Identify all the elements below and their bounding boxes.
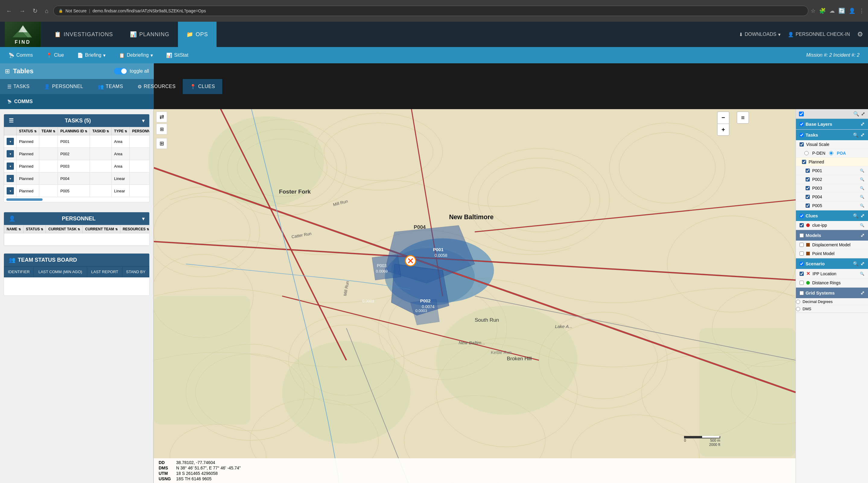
tab-clues[interactable]: 📍 CLUES bbox=[183, 79, 222, 94]
base-layers-checkbox[interactable] bbox=[800, 122, 804, 126]
displacement-model-checkbox[interactable] bbox=[800, 243, 804, 247]
address-bar[interactable]: 🔒 Not Secure | demo.findsar.com/find/sar… bbox=[53, 6, 808, 16]
col-team[interactable]: TEAM ⇅ bbox=[39, 127, 58, 135]
col-status[interactable]: STATUS ⇅ bbox=[17, 127, 39, 135]
planned-checkbox[interactable] bbox=[802, 160, 806, 164]
tab-teams[interactable]: 👥 TEAMS bbox=[91, 79, 130, 94]
row-expand-3[interactable]: ▾ bbox=[7, 162, 14, 170]
subnav-sitstat[interactable]: 📊 SitStat bbox=[160, 51, 194, 60]
visual-scale-checkbox[interactable] bbox=[800, 142, 804, 147]
decimal-degrees-radio[interactable] bbox=[796, 300, 800, 304]
tasks-scroll-bar[interactable] bbox=[6, 198, 42, 201]
layers-all-checkbox[interactable] bbox=[799, 111, 804, 117]
col-name[interactable]: NAME ⇅ bbox=[4, 225, 24, 233]
settings-icon[interactable]: ⚙ bbox=[857, 30, 863, 38]
toggle-all-switch[interactable] bbox=[114, 68, 127, 74]
clue-ipp-checkbox[interactable] bbox=[800, 223, 804, 227]
col-resources[interactable]: RESOURCES ⇅ bbox=[120, 225, 149, 233]
col-current-task[interactable]: CURRENT TASK ⇅ bbox=[46, 225, 83, 233]
models-layers-header[interactable]: Models ⤢ bbox=[796, 230, 868, 240]
nav-investigations[interactable]: 📋 INVESTIGATIONS bbox=[46, 22, 122, 47]
map-layers-button[interactable]: ≡ bbox=[737, 111, 749, 124]
p001-search[interactable]: 🔍 bbox=[860, 168, 864, 173]
tasks-layers-header[interactable]: Tasks 🔍 ⤢ bbox=[796, 130, 868, 140]
tab-resources[interactable]: ⚙ RESOURCES bbox=[130, 79, 183, 94]
zoom-in-button[interactable]: + bbox=[717, 124, 729, 136]
col-type[interactable]: TYPE ⇅ bbox=[112, 127, 130, 135]
grid-systems-checkbox[interactable] bbox=[800, 291, 804, 295]
p001-checkbox[interactable] bbox=[806, 168, 810, 173]
subnav-comms[interactable]: 📡 Comms bbox=[2, 51, 39, 60]
forward-button[interactable]: → bbox=[17, 6, 28, 16]
clue-ipp-search[interactable]: 🔍 bbox=[860, 223, 864, 227]
p002-checkbox[interactable] bbox=[806, 177, 810, 182]
distance-rings-checkbox[interactable] bbox=[800, 281, 804, 285]
base-layers-header[interactable]: Base Layers ⤢ bbox=[796, 119, 868, 129]
tasks-layers-search[interactable]: 🔍 bbox=[853, 132, 859, 138]
p003-checkbox[interactable] bbox=[806, 186, 810, 190]
point-model-checkbox[interactable] bbox=[800, 252, 804, 256]
personnel-collapse-button[interactable]: ▾ bbox=[142, 216, 145, 222]
models-layers-checkbox[interactable] bbox=[800, 233, 804, 237]
col-taskid[interactable]: TASKID ⇅ bbox=[90, 127, 112, 135]
update-icon[interactable]: 🔄 bbox=[838, 7, 845, 14]
p002-search[interactable]: 🔍 bbox=[860, 177, 864, 182]
models-layers-expand[interactable]: ⤢ bbox=[861, 232, 864, 238]
back-button[interactable]: ← bbox=[4, 6, 14, 16]
zoom-out-button[interactable]: − bbox=[717, 111, 729, 124]
tasks-collapse-button[interactable]: ▾ bbox=[142, 118, 145, 124]
scenario-layers-header[interactable]: Scenario 🔍 ⤢ bbox=[796, 258, 868, 269]
dms-radio[interactable] bbox=[796, 307, 800, 311]
ipp-location-checkbox[interactable] bbox=[800, 272, 804, 276]
row-expand-2[interactable]: ▾ bbox=[7, 150, 14, 157]
col-current-team[interactable]: CURRENT TEAM ⇅ bbox=[83, 225, 120, 233]
p004-checkbox[interactable] bbox=[806, 195, 810, 199]
base-layers-expand[interactable]: ⤢ bbox=[861, 121, 864, 127]
p-den-radio[interactable] bbox=[804, 151, 809, 155]
scenario-layers-checkbox[interactable] bbox=[800, 262, 804, 266]
map-container[interactable]: P004 P001 0.0058 P002 0.0074 P003 0.0069… bbox=[154, 109, 796, 483]
home-button[interactable]: ⌂ bbox=[42, 6, 51, 16]
tasks-layers-expand[interactable]: ⤢ bbox=[861, 132, 864, 138]
grid-systems-expand[interactable]: ⤢ bbox=[861, 290, 864, 296]
poa-radio[interactable] bbox=[829, 151, 833, 155]
tab-tasks[interactable]: ☰ TASKS bbox=[0, 79, 37, 94]
scenario-layers-expand[interactable]: ⤢ bbox=[861, 261, 864, 266]
grid-systems-header[interactable]: Grid Systems ⤢ bbox=[796, 288, 868, 298]
tasks-layers-checkbox[interactable] bbox=[800, 133, 804, 137]
clues-layers-expand[interactable]: ⤢ bbox=[861, 213, 864, 219]
star-icon[interactable]: ☆ bbox=[811, 7, 815, 14]
layers-expand-icon[interactable]: ⤢ bbox=[861, 111, 865, 117]
row-expand-4[interactable]: ▾ bbox=[7, 175, 14, 182]
col-planning-id[interactable]: PLANNING ID ⇅ bbox=[58, 127, 90, 135]
refresh-button[interactable]: ↻ bbox=[30, 6, 40, 16]
row-expand-1[interactable]: ▾ bbox=[7, 138, 14, 145]
clues-layers-checkbox[interactable] bbox=[800, 214, 804, 218]
map-grid-btn[interactable]: ⊞ bbox=[156, 124, 167, 134]
p005-checkbox[interactable] bbox=[806, 203, 810, 208]
nav-planning[interactable]: 📊 PLANNING bbox=[122, 22, 178, 47]
layers-search-icon[interactable]: 🔍 bbox=[853, 111, 859, 117]
ipp-location-search[interactable]: 🔍 bbox=[860, 272, 864, 276]
clues-layers-header[interactable]: Clues 🔍 ⤢ bbox=[796, 211, 868, 221]
personnel-checkin-button[interactable]: 👤 PERSONNEL CHECK-IN bbox=[788, 32, 850, 37]
col-status[interactable]: STATUS ⇅ bbox=[23, 225, 46, 233]
subnav-debriefing[interactable]: 📋 Debriefing ▾ bbox=[113, 51, 159, 60]
scenario-layers-search[interactable]: 🔍 bbox=[853, 261, 859, 266]
nav-ops[interactable]: 📁 OPS bbox=[178, 22, 217, 47]
p004-search[interactable]: 🔍 bbox=[860, 195, 864, 199]
map-swap-btn[interactable]: ⇄ bbox=[156, 111, 167, 122]
row-expand-5[interactable]: ▾ bbox=[7, 187, 14, 194]
menu-icon[interactable]: ⋮ bbox=[859, 7, 864, 14]
clues-layers-search[interactable]: 🔍 bbox=[853, 213, 859, 219]
tab-personnel[interactable]: 👤 PERSONNEL bbox=[37, 79, 91, 94]
subnav-briefing[interactable]: 📄 Briefing ▾ bbox=[71, 51, 112, 60]
downloads-button[interactable]: ⬇ DOWNLOADS ▾ bbox=[739, 32, 780, 37]
subnav-clue[interactable]: 📍 Clue bbox=[40, 51, 70, 60]
extensions-icon[interactable]: 🧩 bbox=[819, 7, 826, 14]
profile-icon[interactable]: 👤 bbox=[849, 7, 855, 14]
sync-icon[interactable]: ☁ bbox=[829, 7, 835, 14]
p003-search[interactable]: 🔍 bbox=[860, 186, 864, 190]
map-plus-btn[interactable]: ⊞ bbox=[156, 138, 167, 149]
col-personnel[interactable]: PERSONNEL ⇅ bbox=[130, 127, 149, 135]
